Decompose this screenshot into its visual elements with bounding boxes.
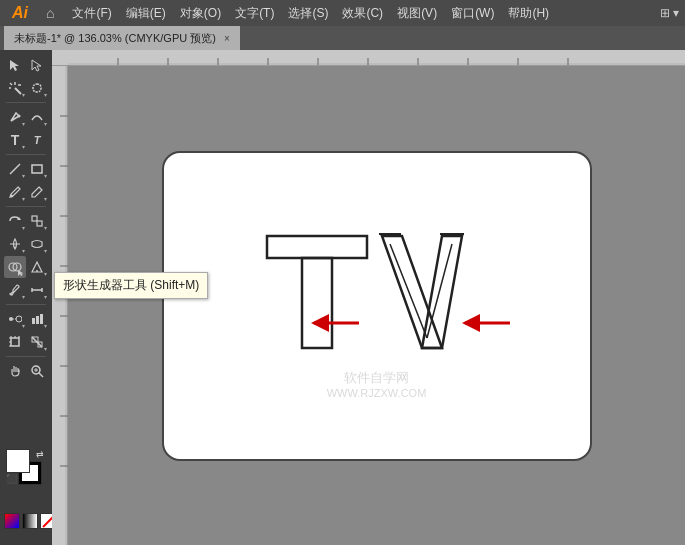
live-paint-tool[interactable]: ▾ (26, 256, 48, 278)
pen-tools-row: ▾ ▾ (2, 106, 50, 128)
main-area: ▾ ▾ ▾ ▾ (0, 50, 685, 545)
paintbrush-tool[interactable]: ▾ (4, 181, 26, 203)
touch-type-tool[interactable]: T (26, 129, 48, 151)
graph-tool[interactable]: ▾ (26, 308, 48, 330)
svg-line-5 (10, 164, 20, 174)
title-bar: Ai ⌂ 文件(F) 编辑(E) 对象(O) 文字(T) 选择(S) 效果(C)… (0, 0, 685, 26)
menu-bar: 文件(F) 编辑(E) 对象(O) 文字(T) 选择(S) 效果(C) 视图(V… (66, 3, 651, 24)
blend-tools-row: ▾ ▾ (2, 308, 50, 330)
tv-artwork (227, 206, 527, 406)
menu-effect[interactable]: 效果(C) (336, 3, 389, 24)
svg-line-2 (10, 83, 12, 85)
tooltip-text: 形状生成器工具 (Shift+M) (63, 278, 199, 292)
transform-tools-row: ▾ ▾ (2, 210, 50, 232)
color-swatches: ⇄ ⬛ (6, 449, 42, 485)
magic-lasso-row: ▾ ▾ (2, 77, 50, 99)
select-tool[interactable] (4, 54, 26, 76)
lasso-tool[interactable]: ▾ (26, 77, 48, 99)
artboard-tool[interactable] (4, 331, 26, 353)
svg-rect-23 (36, 316, 39, 324)
eyedropper-tool[interactable]: ▾ (4, 279, 26, 301)
home-button[interactable]: ⌂ (42, 3, 58, 23)
fill-box[interactable] (6, 449, 30, 473)
svg-point-19 (9, 317, 13, 321)
svg-rect-9 (32, 216, 37, 221)
tool-tooltip: 形状生成器工具 (Shift+M) (54, 272, 208, 299)
menu-file[interactable]: 文件(F) (66, 3, 117, 24)
menu-object[interactable]: 对象(O) (174, 3, 227, 24)
zoom-tool[interactable] (26, 360, 48, 382)
menu-select[interactable]: 选择(S) (282, 3, 334, 24)
workspace-icon[interactable]: ⊞ ▾ (660, 6, 679, 20)
toolbar: ▾ ▾ ▾ ▾ (0, 50, 52, 545)
svg-line-35 (39, 373, 43, 377)
svg-line-63 (427, 244, 452, 338)
pencil-tool[interactable]: ▾ (26, 181, 48, 203)
ruler-top (52, 50, 685, 66)
color-mode-icons (4, 513, 56, 529)
rotate-tool[interactable]: ▾ (4, 210, 26, 232)
menu-window[interactable]: 窗口(W) (445, 3, 500, 24)
tab-title: 未标题-1* @ 136.03% (CMYK/GPU 预览) (14, 31, 216, 46)
scale-tool[interactable]: ▾ (26, 210, 48, 232)
menu-type[interactable]: 文字(T) (229, 3, 280, 24)
color-icon[interactable] (4, 513, 20, 529)
nav-tools-row (2, 360, 50, 382)
free-transform-tool[interactable]: ▾ (26, 233, 48, 255)
svg-rect-24 (40, 314, 43, 324)
magic-wand-tool[interactable]: ▾ (4, 77, 26, 99)
slice-tool[interactable]: ▾ (26, 331, 48, 353)
active-tab[interactable]: 未标题-1* @ 136.03% (CMYK/GPU 预览) × (4, 26, 240, 50)
shape-builder-tool[interactable] (4, 256, 26, 278)
workspace-controls: ⊞ ▾ (660, 6, 679, 20)
svg-rect-6 (32, 165, 42, 173)
width-tools-row: ▾ ▾ (2, 233, 50, 255)
canvas-content: 软件自学网 WWW.RJZXW.COM (68, 66, 685, 545)
svg-rect-10 (37, 221, 42, 226)
fill-stroke-indicator: ⇄ ⬛ (6, 449, 42, 485)
svg-point-4 (18, 115, 21, 118)
type-tool[interactable]: T ▾ (4, 129, 26, 151)
ruler-left (52, 66, 68, 545)
type-tools-row: T ▾ T (2, 129, 50, 151)
direct-select-tool[interactable] (26, 54, 48, 76)
swap-colors-icon[interactable]: ⇄ (36, 449, 44, 459)
eyedropper-tools-row: ▾ ▾ (2, 279, 50, 301)
line-tools-row: ▾ ▾ (2, 158, 50, 180)
rect-tool[interactable]: ▾ (26, 158, 48, 180)
tab-bar: 未标题-1* @ 136.03% (CMYK/GPU 预览) × (0, 26, 685, 50)
artboard: 软件自学网 WWW.RJZXW.COM (162, 151, 592, 461)
red-arrow-left (304, 308, 364, 341)
menu-view[interactable]: 视图(V) (391, 3, 443, 24)
select-tools-row (2, 54, 50, 76)
artboard-row: ▾ (2, 331, 50, 353)
default-colors-icon[interactable]: ⬛ (6, 474, 17, 484)
shape-builder-row: ▾ (2, 256, 50, 278)
svg-point-7 (10, 195, 13, 198)
tab-close-button[interactable]: × (224, 33, 230, 44)
blend-tool[interactable]: ▾ (4, 308, 26, 330)
red-arrow-right (455, 308, 515, 341)
svg-rect-25 (11, 338, 19, 346)
curvature-tool[interactable]: ▾ (26, 106, 48, 128)
svg-point-14 (36, 270, 38, 272)
width-tool[interactable]: ▾ (4, 233, 26, 255)
brush-tools-row: ▾ ▾ (2, 181, 50, 203)
pen-tool[interactable]: ▾ (4, 106, 26, 128)
gradient-icon[interactable] (22, 513, 38, 529)
line-tool[interactable]: ▾ (4, 158, 26, 180)
measure-tool[interactable]: ▾ (26, 279, 48, 301)
svg-point-15 (10, 294, 12, 296)
hand-tool[interactable] (4, 360, 26, 382)
svg-rect-22 (32, 318, 35, 324)
svg-rect-58 (267, 236, 367, 258)
menu-edit[interactable]: 编辑(E) (120, 3, 172, 24)
ai-logo: Ai (6, 4, 34, 22)
menu-help[interactable]: 帮助(H) (502, 3, 555, 24)
